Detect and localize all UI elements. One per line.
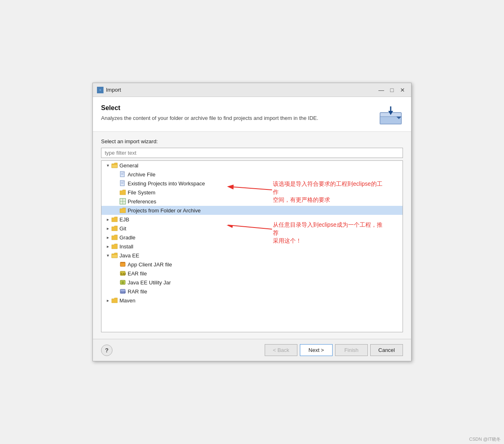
tree-item-install[interactable]: ▸ Install	[101, 242, 403, 251]
item-label-rar-file: RAR file	[128, 288, 147, 295]
finish-button[interactable]: Finish	[335, 344, 368, 356]
maximize-button[interactable]: □	[387, 86, 396, 95]
content-section: Select an import wizard: ▾ General Archi…	[93, 132, 411, 339]
item-icon-general	[111, 162, 118, 169]
svg-marker-17	[124, 181, 125, 182]
expand-icon[interactable]: ▾	[105, 162, 111, 169]
item-label-install: Install	[119, 243, 133, 250]
item-icon-maven	[111, 297, 118, 304]
item-icon-projects-folder	[119, 207, 126, 214]
item-icon-gradle	[111, 234, 118, 241]
next-button[interactable]: Next >	[300, 344, 333, 356]
title-bar-left: Import	[97, 87, 121, 93]
item-label-java-ee: Java EE	[119, 252, 139, 259]
close-button[interactable]: ✕	[398, 86, 407, 95]
item-icon-file-system	[119, 189, 126, 196]
svg-rect-25	[120, 280, 125, 284]
svg-rect-11	[123, 171, 124, 173]
help-button[interactable]: ?	[101, 345, 112, 356]
expand-icon[interactable]: ▸	[105, 297, 111, 304]
dialog-title: Import	[106, 87, 121, 93]
header-import-icon	[378, 104, 403, 125]
item-icon-archive-file	[119, 171, 126, 178]
item-icon-java-ee-utility	[119, 279, 126, 286]
svg-rect-2	[99, 89, 101, 91]
header-section: Select Analyzes the content of your fold…	[93, 97, 411, 132]
wizard-label: Select an import wizard:	[101, 138, 403, 144]
expand-icon[interactable]: ▸	[105, 234, 111, 241]
expand-icon[interactable]: ▸	[105, 225, 111, 232]
tree-item-app-client[interactable]: App Client JAR file	[101, 260, 403, 269]
svg-rect-16	[123, 180, 124, 182]
item-label-file-system: File System	[128, 189, 155, 196]
item-label-java-ee-utility: Java EE Utility Jar	[128, 279, 171, 286]
item-label-ear-file: EAR file	[128, 270, 147, 277]
tree-item-projects-folder[interactable]: Projects from Folder or Archive	[101, 206, 403, 215]
item-label-archive-file: Archive File	[128, 171, 155, 178]
tree-item-rar-file[interactable]: RAR RAR file	[101, 287, 403, 296]
dialog-icon	[97, 87, 104, 93]
title-bar: Import — □ ✕	[93, 83, 411, 97]
tree-overlay-wrapper: ▾ General Archive File Existing Projects…	[101, 160, 403, 332]
header-heading: Select	[101, 104, 318, 112]
tree-item-maven[interactable]: ▸ Maven	[101, 296, 403, 305]
item-icon-app-client	[119, 261, 126, 268]
tree-item-archive-file[interactable]: Archive File	[101, 170, 403, 179]
item-label-app-client: App Client JAR file	[128, 261, 172, 268]
tree-item-existing-projects[interactable]: Existing Projects into Workspace	[101, 179, 403, 188]
item-icon-preferences	[119, 198, 126, 205]
filter-input[interactable]	[101, 148, 403, 158]
navigation-buttons: < Back Next > Finish Cancel	[265, 344, 403, 356]
item-label-projects-folder: Projects from Folder or Archive	[128, 207, 200, 214]
tree-item-java-ee[interactable]: ▾ Java EE	[101, 251, 403, 260]
tree-item-preferences[interactable]: Preferences	[101, 197, 403, 206]
import-dialog: Import — □ ✕ Select Analyzes the content…	[92, 83, 412, 361]
item-icon-java-ee	[111, 252, 118, 259]
item-label-ejb: EJB	[119, 216, 129, 223]
item-icon-install	[111, 243, 118, 250]
tree-item-git[interactable]: ▸ Git	[101, 224, 403, 233]
back-button[interactable]: < Back	[265, 344, 297, 356]
item-label-existing-projects: Existing Projects into Workspace	[128, 180, 205, 187]
button-bar: ? < Back Next > Finish Cancel	[93, 339, 411, 361]
item-label-general: General	[119, 162, 138, 169]
watermark: CSDN @IT晓冬	[469, 436, 501, 442]
item-icon-rar-file: RAR	[119, 288, 126, 295]
tree-item-gradle[interactable]: ▸ Gradle	[101, 233, 403, 242]
svg-text:RAR: RAR	[121, 291, 126, 293]
tree-item-ejb[interactable]: ▸ EJB	[101, 215, 403, 224]
item-label-preferences: Preferences	[128, 198, 156, 205]
item-icon-git	[111, 225, 118, 232]
expand-icon[interactable]: ▸	[105, 243, 111, 250]
svg-rect-22	[120, 262, 125, 263]
item-label-gradle: Gradle	[119, 234, 135, 241]
tree-item-general[interactable]: ▾ General	[101, 161, 403, 170]
tree-item-java-ee-utility[interactable]: Java EE Utility Jar	[101, 278, 403, 287]
item-label-git: Git	[119, 225, 126, 232]
item-label-maven: Maven	[119, 298, 135, 304]
tree-item-ear-file[interactable]: EAR EAR file	[101, 269, 403, 278]
cancel-button[interactable]: Cancel	[370, 344, 403, 356]
item-icon-existing-projects	[119, 180, 126, 187]
svg-marker-12	[124, 172, 125, 173]
item-icon-ejb	[111, 216, 118, 223]
tree-item-file-system[interactable]: File System	[101, 188, 403, 197]
header-text: Select Analyzes the content of your fold…	[101, 104, 318, 121]
title-controls: — □ ✕	[377, 86, 407, 95]
tree-container[interactable]: ▾ General Archive File Existing Projects…	[101, 160, 403, 332]
expand-icon[interactable]: ▸	[105, 216, 111, 223]
item-icon-ear-file: EAR	[119, 270, 126, 277]
minimize-button[interactable]: —	[377, 86, 386, 95]
svg-text:EAR: EAR	[121, 273, 126, 275]
header-description: Analyzes the content of your folder or a…	[101, 115, 318, 121]
expand-icon[interactable]: ▾	[105, 252, 111, 259]
